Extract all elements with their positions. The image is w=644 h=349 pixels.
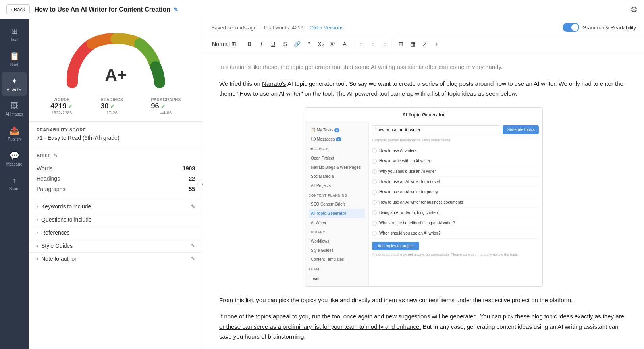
title-edit-icon[interactable]: ✎ bbox=[174, 6, 178, 13]
blockquote-button[interactable]: " bbox=[303, 39, 314, 50]
screenshot-ai-writer: AI Writer bbox=[309, 218, 365, 227]
expand-questions[interactable]: › Questions to include bbox=[29, 213, 203, 226]
screenshot-topic-7: Using an AI writer for blog content bbox=[372, 208, 539, 218]
font-color-button[interactable]: A bbox=[339, 39, 350, 50]
screenshot-add-topics-btn[interactable]: Add topics to project bbox=[372, 242, 419, 250]
screenshot-ai-topic-gen: AI Topic Generator bbox=[309, 209, 365, 218]
narrato-link[interactable]: Narrato's bbox=[262, 80, 286, 87]
screenshot-search-input[interactable] bbox=[372, 125, 500, 134]
brief-words-value: 1903 bbox=[183, 165, 195, 172]
sidebar-item-ai-writer[interactable]: ✦ AI Writer bbox=[2, 72, 27, 96]
page-title: How to Use An AI Writer for Content Crea… bbox=[35, 6, 179, 13]
sidebar-item-brief[interactable]: 📋 Brief bbox=[2, 47, 27, 71]
expand-style-guides[interactable]: › Style Guides ✎ bbox=[29, 239, 203, 252]
toolbar-divider bbox=[393, 40, 393, 48]
note-label: Note to author bbox=[41, 256, 188, 262]
message-icon: 💬 bbox=[10, 151, 19, 160]
brief-edit-icon[interactable]: ✎ bbox=[53, 152, 58, 158]
editor-topbar: Saved seconds ago Total words: 4219 Olde… bbox=[203, 19, 644, 36]
paragraphs-range: 44-66 bbox=[151, 110, 181, 115]
sidebar-item-label: Task bbox=[10, 37, 19, 42]
ai-images-icon: 🖼 bbox=[10, 101, 18, 110]
brief-words-label: Words bbox=[37, 165, 52, 172]
italic-button[interactable]: I bbox=[256, 39, 267, 50]
settings-icon[interactable]: ⚙ bbox=[631, 5, 638, 14]
words-label: WORDS bbox=[50, 98, 73, 102]
style-guides-edit-icon[interactable]: ✎ bbox=[191, 243, 195, 249]
sidebar-item-label: AI Writer bbox=[7, 87, 22, 92]
left-panel: A+ WORDS 4219 ✓ 1522-2283 HEADINGS 30 ✓ … bbox=[29, 19, 203, 349]
screenshot-generate-btn[interactable]: Generate topics bbox=[503, 125, 539, 134]
insert-button[interactable]: + bbox=[431, 39, 442, 50]
words-range: 1522-2283 bbox=[50, 110, 73, 115]
chevron-right-icon: › bbox=[37, 217, 38, 222]
back-button[interactable]: ‹ Back bbox=[6, 4, 30, 14]
sidebar-item-ai-images[interactable]: 🖼 AI Images bbox=[2, 97, 27, 120]
brief-paragraphs-value: 55 bbox=[189, 186, 195, 192]
sidebar-item-publish[interactable]: 📤 Publish bbox=[2, 122, 27, 145]
sidebar-item-share[interactable]: ↑ Share bbox=[2, 172, 27, 195]
screenshot-narrato-blogs: Narrato Blogs & Web Pages bbox=[309, 163, 365, 172]
bold-button[interactable]: B bbox=[244, 39, 255, 50]
style-guides-label: Style Guides bbox=[41, 243, 188, 249]
screenshot-style-guides: Style Guides bbox=[309, 246, 365, 255]
screenshot-topic-4: How to use an AI writer for a novel. bbox=[372, 177, 539, 187]
format-style-select[interactable]: Normal ⊞ bbox=[210, 39, 239, 49]
superscript-button[interactable]: X² bbox=[327, 39, 338, 50]
top-header: ‹ Back How to Use An AI Writer for Conte… bbox=[0, 0, 644, 19]
editor-content[interactable]: in situations like these, the topic gene… bbox=[203, 52, 644, 349]
expand-references[interactable]: › References bbox=[29, 226, 203, 239]
indent-button[interactable]: ≡ bbox=[379, 39, 390, 50]
format-toolbar: Normal ⊞ B I U S 🔗 " X₂ X² A ≡ ≡ ≡ ⊞ ▦ ↗… bbox=[203, 36, 644, 52]
grammar-label: Grammar & Readability bbox=[582, 25, 636, 31]
saved-status: Saved seconds ago bbox=[211, 25, 256, 31]
table-button[interactable]: ▦ bbox=[407, 39, 418, 50]
sidebar-item-task[interactable]: ⊞ Task bbox=[2, 22, 27, 46]
image-button[interactable]: ⊞ bbox=[395, 39, 407, 50]
readability-score: 71 - Easy to Read (6th-7th grade) bbox=[37, 135, 195, 141]
sidebar-item-message[interactable]: 💬 Message bbox=[2, 147, 27, 170]
headings-value: 30 ✓ bbox=[100, 102, 123, 110]
brief-headings-label: Headings bbox=[37, 175, 60, 182]
underline-button[interactable]: U bbox=[268, 39, 279, 50]
grammar-toggle[interactable] bbox=[563, 23, 579, 32]
strikethrough-button[interactable]: S bbox=[280, 39, 291, 50]
subscript-button[interactable]: X₂ bbox=[315, 39, 326, 50]
clear-format-button[interactable]: ↗ bbox=[419, 39, 430, 50]
paragraph-4-start: If none of the topics appeal to you, run… bbox=[219, 313, 480, 320]
screenshot-seo-briefs: SEO Content Briefs bbox=[309, 200, 365, 209]
brief-row-headings: Headings 22 bbox=[37, 174, 195, 184]
editor-paragraph-3: From this list, you can pick the topics … bbox=[219, 295, 628, 305]
paragraphs-value: 96 ✓ bbox=[151, 102, 181, 110]
expand-note-to-author[interactable]: › Note to author ✎ bbox=[29, 252, 203, 265]
words-check-icon: ✓ bbox=[68, 103, 73, 110]
note-edit-icon[interactable]: ✎ bbox=[191, 256, 195, 262]
screenshot-social-media: Social Media bbox=[309, 172, 365, 181]
task-icon: ⊞ bbox=[11, 26, 18, 36]
screenshot-main: Generate topics Example: garden maintena… bbox=[369, 122, 542, 286]
screenshot-content-templates: Content Templates bbox=[309, 255, 365, 264]
questions-label: Questions to include bbox=[41, 216, 195, 223]
paragraph-2-start: We tried this on bbox=[219, 80, 262, 87]
readability-title: READABILITY SCORE bbox=[37, 127, 195, 132]
gauge-area: A+ bbox=[29, 19, 203, 94]
keywords-label: Keywords to include bbox=[41, 203, 188, 210]
screenshot-team: Team bbox=[309, 274, 365, 283]
chevron-left-icon: ‹ bbox=[11, 7, 12, 12]
screenshot-all-projects: All Projects bbox=[309, 181, 365, 190]
unordered-list-button[interactable]: ≡ bbox=[367, 39, 378, 50]
screenshot-note: AI generated text may not always be appr… bbox=[372, 252, 539, 258]
link-button[interactable]: 🔗 bbox=[291, 39, 303, 50]
keywords-edit-icon[interactable]: ✎ bbox=[191, 204, 195, 209]
expand-keywords[interactable]: › Keywords to include ✎ bbox=[29, 200, 203, 213]
total-words: Total words: 4219 bbox=[263, 25, 303, 31]
brief-icon: 📋 bbox=[10, 51, 19, 61]
chevron-right-icon: › bbox=[37, 256, 38, 262]
words-value: 4219 ✓ bbox=[50, 102, 73, 110]
ordered-list-button[interactable]: ≡ bbox=[355, 39, 366, 50]
headings-range: 17-26 bbox=[100, 110, 123, 115]
editor-paragraph-1: in situations like these, the topic gene… bbox=[219, 62, 628, 72]
older-versions-link[interactable]: Older Versions bbox=[310, 25, 343, 31]
screenshot-sidebar-tasks: 📋 My Tasks ● bbox=[309, 125, 365, 135]
sidebar-item-label: Share bbox=[9, 187, 20, 191]
